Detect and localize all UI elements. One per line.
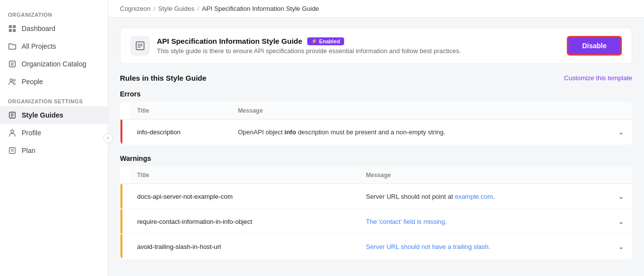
sidebar-item-org-catalog-label: Organization Catalog — [22, 60, 87, 68]
warning-indicator-2 — [120, 209, 122, 234]
sidebar-item-style-guides-label: Style Guides — [22, 111, 63, 119]
warning-title-2: require-contact-information-in-info-obje… — [129, 209, 358, 234]
sidebar-item-dashboard[interactable]: Dashboard — [0, 20, 108, 37]
person-icon — [8, 128, 17, 137]
sidebar-item-org-catalog[interactable]: Organization Catalog — [0, 55, 108, 73]
breadcrumb-current: API Specification Information Style Guid… — [202, 5, 319, 12]
warning-row-chevron-3[interactable]: ⌄ — [611, 234, 632, 259]
sidebar-item-all-projects[interactable]: All Projects — [0, 37, 108, 55]
breadcrumb: Cognizeon / Style Guides / API Specifica… — [108, 0, 644, 18]
style-guide-description: This style guide is there to ensure API … — [157, 47, 560, 55]
warning-indicator-1 — [120, 184, 122, 209]
svg-point-14 — [11, 130, 14, 133]
style-guide-title: API Specification Information Style Guid… — [157, 37, 302, 45]
sidebar-item-plan-label: Plan — [22, 147, 35, 154]
dashboard-icon — [8, 24, 17, 33]
sidebar-item-plan[interactable]: Plan — [0, 142, 108, 159]
svg-rect-2 — [9, 29, 12, 32]
table-row: info-description OpenAPI object info des… — [120, 120, 632, 145]
table-row: require-contact-information-in-info-obje… — [120, 209, 632, 234]
style-guide-icon — [130, 36, 150, 56]
svg-rect-3 — [13, 29, 16, 32]
style-guide-header-card: API Specification Information Style Guid… — [120, 28, 632, 64]
warning-title-1: docs-api-server-not-example-com — [129, 184, 358, 209]
enabled-badge: Enabled — [307, 37, 344, 45]
warning-indicator-3 — [120, 234, 122, 259]
error-message-cell: OpenAPI object info description must be … — [230, 120, 611, 145]
sidebar-item-profile-label: Profile — [22, 129, 41, 137]
svg-rect-0 — [9, 25, 12, 28]
rules-section-title: Rules in this Style Guide — [120, 74, 206, 82]
org-section-label: Organization — [0, 8, 108, 20]
people-icon — [8, 77, 17, 86]
errors-table: Title Message info-description — [120, 102, 632, 145]
sidebar-item-dashboard-label: Dashboard — [22, 25, 56, 32]
warnings-table: Title Message docs-api-server-not-exampl… — [120, 166, 632, 259]
breadcrumb-sep-2: / — [197, 5, 199, 12]
warnings-col-title: Title — [129, 167, 358, 184]
disable-button[interactable]: Disable — [567, 36, 622, 56]
error-title-cell: info-description — [129, 120, 230, 145]
breadcrumb-style-guides[interactable]: Style Guides — [158, 5, 195, 12]
rules-section: Rules in this Style Guide Customize this… — [120, 74, 632, 259]
customize-template-link[interactable]: Customize this template — [564, 74, 632, 82]
warning-row-chevron-1[interactable]: ⌄ — [611, 184, 632, 209]
style-guide-info: API Specification Information Style Guid… — [157, 37, 560, 55]
sidebar: Organization Dashboard — [0, 0, 108, 276]
svg-point-8 — [10, 79, 13, 82]
warnings-col-message: Message — [358, 167, 611, 184]
breadcrumb-sep-1: / — [153, 5, 155, 12]
table-row: avoid-trailing-slash-in-host-url Server … — [120, 234, 632, 259]
sidebar-item-all-projects-label: All Projects — [22, 42, 56, 50]
sidebar-item-people[interactable]: People — [0, 73, 108, 91]
main-area: Cognizeon / Style Guides / API Specifica… — [108, 0, 644, 276]
sidebar-item-profile[interactable]: Profile — [0, 124, 108, 142]
error-row-chevron[interactable]: ⌄ — [611, 120, 632, 145]
svg-point-9 — [13, 79, 15, 81]
errors-col-message: Message — [230, 102, 611, 120]
sidebar-item-people-label: People — [22, 78, 43, 86]
sidebar-item-style-guides[interactable]: Style Guides — [0, 106, 108, 124]
org-settings-label: Organization Settings — [0, 94, 108, 106]
warning-message-2: The 'contact' field is missing. — [358, 209, 611, 234]
list-icon — [8, 111, 17, 120]
svg-rect-15 — [9, 148, 15, 153]
folder-icon — [8, 42, 17, 51]
errors-col-title: Title — [129, 102, 230, 120]
error-indicator — [120, 120, 122, 144]
warning-row-chevron-2[interactable]: ⌄ — [611, 209, 632, 234]
warning-message-3: Server URL should not have a trailing sl… — [358, 234, 611, 259]
warning-message-1: Server URL should not point at example.c… — [358, 184, 611, 209]
svg-rect-1 — [13, 25, 16, 28]
plan-icon — [8, 146, 17, 155]
warnings-section-title: Warnings — [120, 154, 632, 162]
catalog-icon — [8, 60, 17, 68]
warning-title-3: avoid-trailing-slash-in-host-url — [129, 234, 358, 259]
rules-header: Rules in this Style Guide Customize this… — [120, 74, 632, 82]
errors-section-title: Errors — [120, 90, 632, 98]
content-area: API Specification Information Style Guid… — [108, 18, 644, 276]
breadcrumb-org[interactable]: Cognizeon — [120, 5, 150, 12]
table-row: docs-api-server-not-example-com Server U… — [120, 184, 632, 209]
style-guide-title-row: API Specification Information Style Guid… — [157, 37, 560, 45]
sidebar-collapse-button[interactable]: ‹ — [103, 133, 113, 143]
